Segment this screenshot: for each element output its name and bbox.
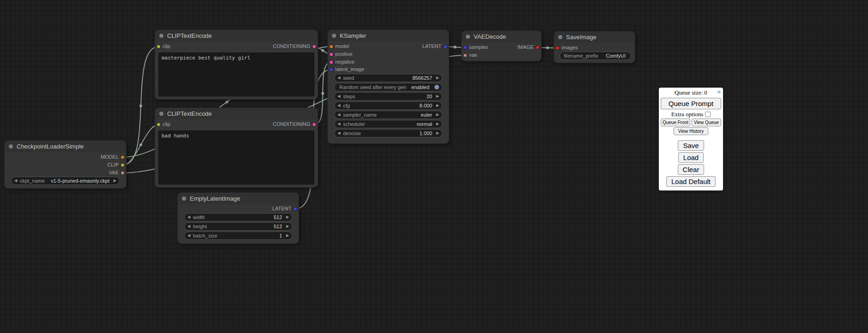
arrow-right-icon[interactable]: ▶: [434, 120, 439, 128]
arrow-left-icon[interactable]: ◀: [14, 177, 19, 184]
port-dot-conditioning[interactable]: [312, 122, 316, 126]
node-title-bar[interactable]: VAEDecode: [462, 31, 541, 42]
node-clip-text-encode-positive[interactable]: CLIPTextEncode clip CONDITIONING masterp…: [155, 30, 318, 99]
arrow-right-icon[interactable]: ▶: [434, 102, 439, 109]
port-dot-latent[interactable]: [329, 67, 333, 71]
arrow-right-icon[interactable]: ▶: [434, 74, 439, 82]
node-title-bar[interactable]: EmptyLatentImage: [178, 193, 299, 204]
collapse-dot-icon[interactable]: [332, 34, 336, 38]
toggle-on-indicator[interactable]: [434, 85, 439, 89]
output-slot-image[interactable]: IMAGE: [462, 44, 541, 51]
arrow-right-icon[interactable]: ▶: [434, 111, 439, 119]
node-empty-latent-image[interactable]: EmptyLatentImage LATENT ◀ width 512 ▶ ◀ …: [178, 193, 299, 244]
widget-ckpt-name[interactable]: ◀ ckpt_name v1-5-pruned-emaonly.ckpt ▶: [11, 177, 120, 185]
widget-seed[interactable]: ◀ seed 8566257 ▶: [334, 74, 442, 82]
node-ksampler[interactable]: KSampler model LATENT positive negative …: [328, 30, 449, 143]
input-slot-positive[interactable]: positive: [328, 51, 449, 58]
output-slot-clip[interactable]: CLIP: [5, 161, 126, 168]
widget-batch-size[interactable]: ◀ batch_size 1 ▶: [184, 232, 292, 240]
node-title-bar[interactable]: CLIPTextEncode: [155, 30, 318, 42]
arrow-right-icon[interactable]: ▶: [112, 177, 116, 184]
arrow-left-icon[interactable]: ◀: [338, 130, 342, 137]
output-slot-conditioning[interactable]: CONDITIONING: [155, 121, 318, 128]
slot-label: IMAGE: [518, 44, 534, 50]
positive-prompt-textarea[interactable]: masterpiece best quality girl: [158, 53, 314, 96]
load-button[interactable]: Load: [678, 152, 704, 163]
widget-width[interactable]: ◀ width 512 ▶: [184, 213, 292, 221]
port-dot-model[interactable]: [121, 155, 125, 159]
widget-cfg[interactable]: ◀ cfg 8.000 ▶: [334, 101, 442, 110]
arrow-left-icon[interactable]: ◀: [338, 102, 342, 109]
port-dot-conditioning[interactable]: [312, 44, 316, 48]
port-dot-conditioning[interactable]: [329, 60, 333, 64]
collapse-dot-icon[interactable]: [159, 34, 163, 38]
widget-denoise[interactable]: ◀ denoise 1.000 ▶: [334, 129, 442, 137]
input-slot-latent-image[interactable]: latent_image: [328, 66, 449, 73]
output-slot-model[interactable]: MODEL: [5, 154, 126, 161]
collapse-dot-icon[interactable]: [182, 196, 186, 201]
extra-options-row: Extra options: [661, 111, 721, 118]
output-slot-latent[interactable]: LATENT: [178, 205, 299, 212]
port-dot-latent[interactable]: [293, 207, 297, 211]
output-slot-vae[interactable]: VAE: [5, 169, 126, 176]
slot-label: CONDITIONING: [273, 43, 310, 49]
port-dot-vae[interactable]: [121, 171, 125, 175]
save-button[interactable]: Save: [678, 140, 704, 151]
arrow-right-icon[interactable]: ▶: [284, 214, 289, 221]
node-title-bar[interactable]: CLIPTextEncode: [155, 108, 318, 119]
port-dot-image[interactable]: [536, 45, 540, 49]
arrow-left-icon[interactable]: ◀: [338, 120, 342, 128]
collapse-dot-icon[interactable]: [159, 112, 163, 116]
extra-options-checkbox[interactable]: [705, 112, 711, 117]
output-slot-conditioning[interactable]: CONDITIONING: [155, 43, 318, 50]
input-slot-vae[interactable]: vae: [462, 52, 541, 59]
node-clip-text-encode-negative[interactable]: CLIPTextEncode clip CONDITIONING bad han…: [155, 108, 318, 187]
collapse-dot-icon[interactable]: [558, 35, 562, 39]
node-save-image[interactable]: SaveImage images filename_prefix ComfyUI: [554, 31, 635, 63]
arrow-left-icon[interactable]: ◀: [338, 93, 342, 100]
node-title-bar[interactable]: CheckpointLoaderSimple: [5, 141, 126, 152]
port-dot-latent[interactable]: [443, 44, 447, 48]
arrow-right-icon[interactable]: ▶: [434, 93, 439, 100]
node-checkpoint-loader-simple[interactable]: CheckpointLoaderSimple MODEL CLIP VAE ◀ …: [5, 141, 126, 188]
widget-sampler-name[interactable]: ◀ sampler_name euler ▶: [334, 111, 442, 119]
clear-button[interactable]: Clear: [678, 164, 705, 175]
port-dot-clip[interactable]: [121, 163, 125, 167]
graph-canvas[interactable]: CheckpointLoaderSimple MODEL CLIP VAE ◀ …: [0, 0, 868, 333]
arrow-left-icon[interactable]: ◀: [338, 74, 342, 82]
port-dot-image[interactable]: [555, 46, 560, 50]
load-default-button[interactable]: Load Default: [666, 176, 716, 187]
port-dot-conditioning[interactable]: [329, 52, 333, 56]
widget-label: steps: [343, 94, 355, 99]
output-slot-latent[interactable]: LATENT: [328, 43, 449, 50]
slot-label: CONDITIONING: [273, 121, 310, 127]
arrow-left-icon[interactable]: ◀: [187, 232, 192, 239]
widget-scheduler[interactable]: ◀ scheduler normal ▶: [334, 120, 442, 128]
arrow-left-icon[interactable]: ◀: [338, 111, 342, 119]
input-slot-negative[interactable]: negative: [328, 59, 449, 65]
node-title-bar[interactable]: KSampler: [328, 30, 449, 42]
queue-front-button[interactable]: Queue Front: [661, 119, 690, 126]
view-queue-button[interactable]: View Queue: [692, 119, 721, 126]
arrow-right-icon[interactable]: ▶: [284, 223, 289, 230]
widget-steps[interactable]: ◀ steps 20 ▶: [334, 92, 442, 101]
arrow-left-icon[interactable]: ◀: [187, 214, 192, 221]
widget-height[interactable]: ◀ height 512 ▶: [184, 222, 292, 231]
widget-label: Random seed after every gen: [339, 84, 406, 90]
arrow-left-icon[interactable]: ◀: [187, 223, 192, 230]
port-dot-vae[interactable]: [463, 53, 467, 57]
arrow-right-icon[interactable]: ▶: [284, 232, 289, 239]
input-slot-images[interactable]: images: [554, 44, 635, 51]
widget-filename-prefix[interactable]: filename_prefix ComfyUI: [560, 52, 631, 60]
node-vae-decode[interactable]: VAEDecode samples IMAGE vae: [462, 31, 541, 61]
widget-random-seed-toggle[interactable]: Random seed after every gen enabled: [334, 83, 442, 91]
settings-icon[interactable]: ✳: [717, 89, 721, 95]
collapse-dot-icon[interactable]: [466, 35, 470, 39]
collapse-dot-icon[interactable]: [9, 144, 13, 149]
queue-prompt-button[interactable]: Queue Prompt: [661, 98, 721, 109]
node-title-bar[interactable]: SaveImage: [554, 31, 635, 43]
view-history-button[interactable]: View History: [674, 127, 708, 135]
negative-prompt-textarea[interactable]: bad hands: [158, 131, 314, 184]
widget-value: enabled: [406, 84, 429, 90]
arrow-right-icon[interactable]: ▶: [434, 130, 439, 137]
